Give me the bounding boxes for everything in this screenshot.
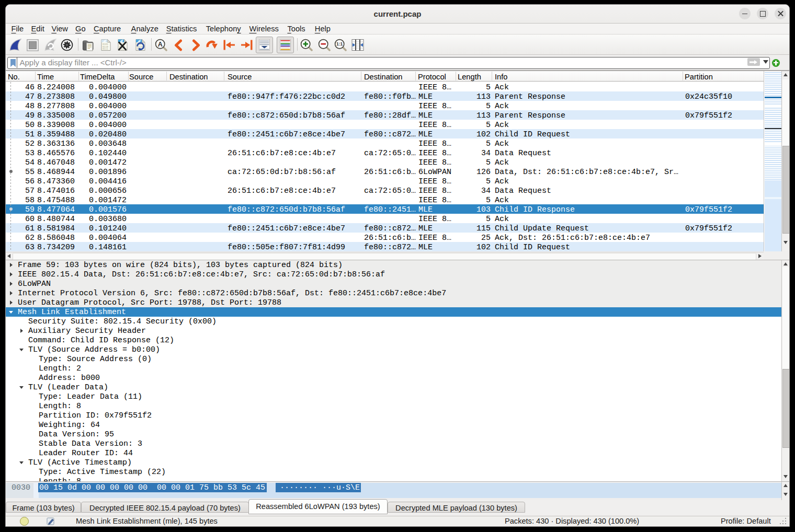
svg-text:A: A xyxy=(157,41,162,48)
svg-text:1:1: 1:1 xyxy=(336,41,343,47)
svg-text:0111: 0111 xyxy=(103,48,108,50)
